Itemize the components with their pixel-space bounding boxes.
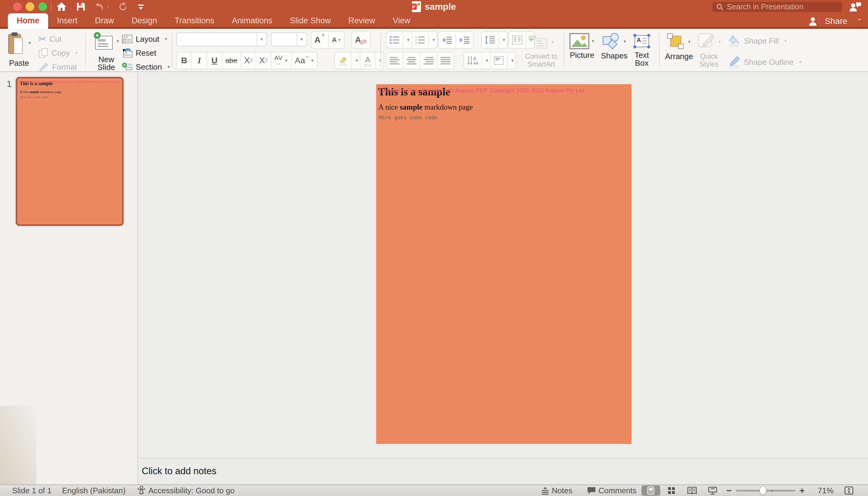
tab-slide-show[interactable]: Slide Show [281,13,340,29]
strikethrough-button[interactable]: abe [222,52,241,69]
underline-button[interactable]: U [207,52,222,69]
zoom-in-button[interactable]: + [800,485,805,496]
zoom-percentage[interactable]: 71% [818,486,834,495]
font-name-dropdown-arrow-icon[interactable]: ▼ [256,33,266,46]
increase-font-size-button[interactable]: A▲ [311,32,329,48]
layout-button[interactable]: Layout ▼ [122,32,171,46]
close-window-button[interactable] [13,2,22,11]
numbering-button[interactable]: 123 [412,32,429,48]
shape-fill-button[interactable]: Shape Fill ▼ [728,34,802,48]
quick-styles-dropdown-arrow-icon[interactable]: ▼ [718,40,722,44]
numbering-dropdown-arrow-icon[interactable]: ▼ [429,32,437,48]
font-size-combobox[interactable]: ▼ [271,32,307,46]
normal-view-button[interactable] [641,485,660,496]
text-direction-button[interactable]: A [464,52,482,69]
slide-thumbnail-1[interactable]: This is a sample Evaluation Only. Create… [16,77,124,226]
shape-outline-dropdown-arrow-icon[interactable]: ▼ [799,60,802,64]
align-text-dropdown-arrow-icon[interactable]: ▼ [508,52,515,69]
subscript-button[interactable]: X2 [256,52,272,69]
line-spacing-button[interactable] [482,32,499,48]
align-text-button[interactable] [491,52,508,69]
new-slide-dropdown-arrow-icon[interactable]: ▼ [116,39,120,43]
slide-editing-canvas[interactable]: This is a sample Evaluation Only. Create… [139,72,868,458]
change-case-button[interactable]: Aa↷ ▼ [292,52,317,69]
clear-formatting-button[interactable]: A [352,32,370,48]
spacing-dropdown-arrow-icon[interactable]: ▼ [284,59,288,63]
search-input[interactable]: Search in Presentation [712,2,842,12]
slide-code-text[interactable]: Here goes some code [378,114,437,121]
notes-toggle-button[interactable]: Notes [541,486,572,495]
tab-transitions[interactable]: Transitions [166,13,223,29]
zoom-out-button[interactable]: − [726,485,732,496]
comments-toggle-button[interactable]: Comments [587,486,637,495]
new-slide-button[interactable]: ▼ New Slide [90,32,123,71]
bullets-button[interactable] [386,32,403,48]
arrange-button[interactable]: ▼ Arrange [665,33,693,60]
zoom-slider-thumb[interactable] [760,486,766,495]
slide-sorter-view-button[interactable] [662,485,681,496]
collapse-ribbon-chevron-icon[interactable]: ⌃ [856,18,863,24]
shapes-button[interactable]: ▼ Shapes [601,33,627,60]
reset-button[interactable]: Reset [122,46,171,60]
picture-dropdown-arrow-icon[interactable]: ▼ [591,39,595,43]
share-button[interactable]: Share ⌃ [808,13,863,29]
text-box-button[interactable]: A TextBox [632,33,651,67]
toolbar-overflow-button[interactable] [137,1,145,12]
smartart-dropdown-arrow-icon[interactable]: ▼ [551,40,555,44]
accessibility-checker[interactable]: Accessibility: Good to go [137,486,235,495]
quick-styles-button[interactable]: ▼ QuickStyles [697,33,722,68]
tab-animations[interactable]: Animations [223,13,281,29]
contacts-button[interactable] [847,1,864,12]
section-button[interactable]: Section ▼ [122,60,171,74]
language-selector[interactable]: English (Pakistan) [62,486,126,495]
format-painter-button[interactable]: Format [38,60,78,74]
case-dropdown-arrow-icon[interactable]: ▼ [310,59,314,63]
tab-insert[interactable]: Insert [48,13,86,29]
reading-view-button[interactable] [683,485,701,496]
slide-body-text[interactable]: A nice sample markdown page [378,103,473,111]
decrease-font-size-button[interactable]: A▼ [329,32,345,48]
tab-review[interactable]: Review [340,13,384,29]
save-button[interactable] [76,1,86,12]
paste-dropdown-arrow-icon[interactable]: ▼ [28,41,31,45]
increase-indent-button[interactable] [456,32,473,48]
minimize-window-button[interactable] [26,2,34,11]
justify-button[interactable] [437,52,454,69]
paste-button[interactable]: ▼ Paste [7,32,31,67]
redo-button[interactable] [118,1,128,12]
align-right-button[interactable] [420,52,437,69]
maximize-window-button[interactable] [38,2,47,11]
character-spacing-button[interactable]: AV↔ ▼ [272,52,292,69]
tab-draw[interactable]: Draw [86,13,123,29]
text-highlight-button[interactable] [335,52,352,69]
shapes-dropdown-arrow-icon[interactable]: ▼ [623,40,626,44]
highlight-dropdown-arrow-icon[interactable]: ▼ [352,52,360,69]
align-left-button[interactable] [386,52,403,69]
bold-button[interactable]: B [177,52,192,69]
line-spacing-dropdown-arrow-icon[interactable]: ▼ [499,32,507,48]
text-direction-dropdown-arrow-icon[interactable]: ▼ [482,52,491,69]
tab-design[interactable]: Design [123,13,166,29]
align-center-button[interactable] [403,52,420,69]
undo-dropdown-arrow-icon[interactable]: ▼ [106,4,110,9]
superscript-button[interactable]: X2 [241,52,256,69]
home-quick-button[interactable] [56,1,67,12]
tab-home[interactable]: Home [8,13,48,29]
copy-dropdown-arrow-icon[interactable]: ▼ [75,51,78,55]
slide-1[interactable]: This is a sample Evaluation Only. Create… [376,84,632,444]
font-color-button[interactable]: A [360,52,375,69]
picture-button[interactable]: ▼ Picture [569,33,595,59]
font-name-combobox[interactable]: ▼ [176,32,267,46]
notes-pane[interactable]: Click to add notes [139,458,868,484]
arrange-dropdown-arrow-icon[interactable]: ▼ [687,40,691,44]
layout-dropdown-arrow-icon[interactable]: ▼ [164,37,168,41]
cut-button[interactable]: ✂ Cut [38,32,78,46]
shape-outline-button[interactable]: Shape Outline ▼ [728,56,802,69]
notes-placeholder[interactable]: Click to add notes [142,466,216,477]
slideshow-view-button[interactable] [703,485,722,496]
bullets-dropdown-arrow-icon[interactable]: ▼ [403,32,412,48]
convert-to-smartart-button[interactable]: ▼ Convert toSmartArt [522,34,561,68]
font-size-dropdown-arrow-icon[interactable]: ▼ [296,33,307,46]
zoom-slider[interactable] [736,490,795,492]
copy-button[interactable]: Copy ▼ [38,46,78,60]
